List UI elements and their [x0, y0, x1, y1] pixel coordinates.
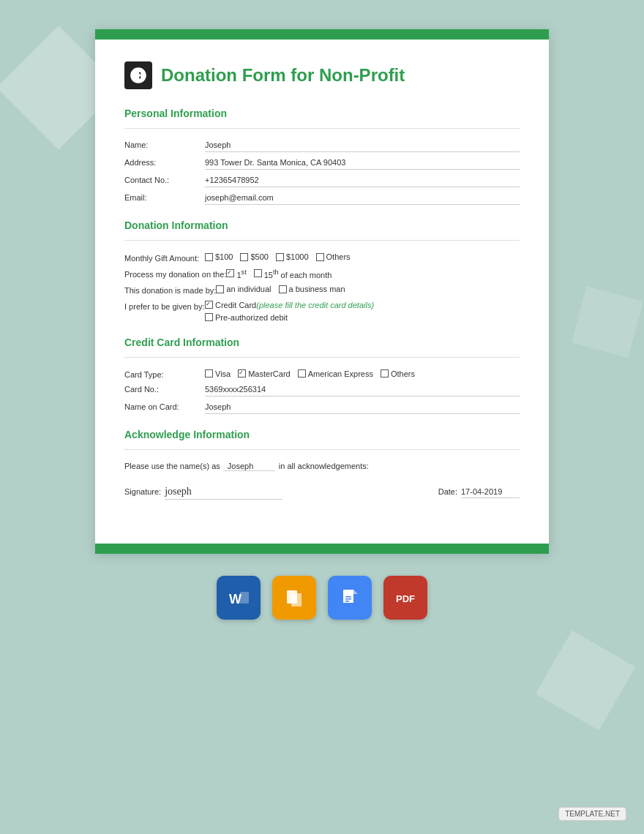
amount-1000-label: $1000 [286, 252, 309, 261]
made-individual[interactable]: an individual [216, 285, 271, 293]
checkbox-business[interactable] [279, 285, 287, 293]
signature-value: joseph [165, 486, 282, 500]
ack-name-value: Joseph [224, 462, 275, 471]
checkbox-others-amount[interactable] [316, 253, 324, 261]
monthly-label: Monthly Gift Amount: [124, 254, 205, 263]
process-15th[interactable]: 15th of each month [254, 268, 332, 279]
logo-icon [124, 61, 152, 89]
address-label: Address: [124, 158, 205, 167]
acknowledge-section-title: Acknowledge Information [124, 429, 520, 440]
card-mastercard[interactable]: MasterCard [238, 369, 290, 378]
checkbox-credit-card[interactable] [205, 301, 213, 309]
personal-divider [124, 128, 520, 129]
preauth-label: Pre-authorized debit [215, 313, 288, 322]
amount-500[interactable]: $500 [240, 252, 268, 261]
acknowledge-section: Acknowledge Information Please use the n… [124, 429, 520, 500]
checkbox-mastercard[interactable] [238, 369, 246, 377]
amount-1000[interactable]: $1000 [276, 252, 309, 261]
prefer-preauth[interactable]: Pre-authorized debit [205, 313, 374, 322]
name-on-card-row: Name on Card: Joseph [124, 402, 520, 414]
donation-section: Donation Information Monthly Gift Amount… [124, 219, 520, 322]
amount-others[interactable]: Others [316, 252, 351, 261]
card-no-row: Card No.: 5369xxxx256314 [124, 385, 520, 397]
name-on-card-label: Name on Card: [124, 402, 205, 411]
signature-group: Signature: joseph [124, 486, 282, 500]
template-label: TEMPLATE.NET [565, 810, 620, 818]
business-label: a business man [289, 285, 345, 293]
made-business[interactable]: a business man [279, 285, 345, 293]
process-1st-label: 1st [236, 268, 246, 279]
process-1st[interactable]: 1st [226, 268, 246, 279]
checkbox-15th[interactable] [254, 269, 262, 277]
made-by-label: This donation is made by: [124, 286, 216, 295]
pages-icon[interactable] [272, 576, 316, 620]
acknowledge-row: Please use the name(s) as Joseph in all … [124, 462, 520, 471]
individual-label: an individual [226, 285, 271, 293]
monthly-amount-row: Monthly Gift Amount: $100 $500 $1000 [124, 252, 520, 263]
amount-100-label: $100 [215, 252, 233, 261]
prefer-label: I prefer to be given by: [124, 301, 205, 311]
checkbox-1st[interactable] [226, 269, 234, 277]
prefer-credit-card[interactable]: Credit Card(please fill the credit card … [205, 301, 374, 309]
credit-card-note: (please fill the credit card details) [256, 301, 374, 309]
credit-card-label: Credit Card(please fill the credit card … [215, 301, 374, 309]
top-bar [95, 29, 549, 40]
card-no-value: 5369xxxx256314 [205, 385, 520, 397]
word-icon[interactable]: W [217, 576, 261, 620]
donation-section-title: Donation Information [124, 219, 520, 231]
card-others[interactable]: Others [381, 369, 415, 378]
process-checkboxes: 1st 15th of each month [226, 268, 332, 279]
date-group: Date: 17-04-2019 [438, 487, 520, 498]
date-label: Date: [438, 487, 457, 496]
checkbox-visa[interactable] [205, 369, 213, 377]
personal-section-title: Personal Information [124, 108, 520, 119]
acknowledge-divider [124, 449, 520, 450]
personal-section: Personal Information Name: Joseph Addres… [124, 108, 520, 205]
made-by-row: This donation is made by: an individual … [124, 285, 520, 295]
amex-label: American Express [308, 369, 373, 378]
checkbox-500[interactable] [240, 253, 248, 261]
bg-decoration-mid-right [572, 286, 643, 358]
email-label: Email: [124, 193, 205, 202]
name-on-card-value: Joseph [205, 402, 520, 414]
ack-text-after: in all acknowledgements: [279, 462, 369, 470]
card-visa[interactable]: Visa [205, 369, 231, 378]
prefer-options: Credit Card(please fill the credit card … [205, 301, 374, 322]
process-label: Process my donation on the: [124, 270, 226, 279]
checkbox-amex[interactable] [298, 369, 306, 377]
amount-others-label: Others [326, 252, 351, 261]
credit-card-section-title: Credit Card Information [124, 337, 520, 348]
checkbox-100[interactable] [205, 253, 213, 261]
svg-text:W: W [229, 592, 242, 606]
amount-checkboxes: $100 $500 $1000 Others [205, 252, 351, 261]
svg-rect-10 [345, 596, 351, 598]
mastercard-label: MasterCard [248, 369, 290, 378]
google-docs-icon[interactable] [328, 576, 372, 620]
checkbox-individual[interactable] [216, 285, 224, 293]
contact-label: Contact No.: [124, 176, 205, 184]
name-value: Joseph [205, 140, 520, 152]
visa-label: Visa [215, 369, 231, 378]
checkbox-preauth[interactable] [205, 313, 213, 321]
name-row: Name: Joseph [124, 140, 520, 152]
contact-value: +12365478952 [205, 176, 520, 187]
card-amex[interactable]: American Express [298, 369, 373, 378]
contact-row: Contact No.: +12365478952 [124, 176, 520, 187]
template-badge: TEMPLATE.NET [558, 807, 626, 821]
card-type-row: Card Type: Visa MasterCard American Expr… [124, 369, 520, 380]
ack-text-before: Please use the name(s) as [124, 462, 220, 470]
credit-card-divider [124, 357, 520, 358]
address-row: Address: 993 Tower Dr. Santa Monica, CA … [124, 158, 520, 170]
toolbar: W PDF [217, 576, 427, 620]
checkbox-others-card[interactable] [381, 369, 389, 377]
signature-label: Signature: [124, 487, 161, 496]
email-row: Email: joseph@email.com [124, 193, 520, 205]
checkbox-1000[interactable] [276, 253, 284, 261]
pdf-icon[interactable]: PDF [383, 576, 427, 620]
process-row: Process my donation on the: 1st 15th of … [124, 268, 520, 279]
process-15th-label: 15th of each month [264, 268, 332, 279]
card-type-label: Card Type: [124, 370, 205, 379]
document-header: Donation Form for Non-Profit [124, 61, 520, 89]
amount-100[interactable]: $100 [205, 252, 233, 261]
card-type-checkboxes: Visa MasterCard American Express Others [205, 369, 415, 378]
